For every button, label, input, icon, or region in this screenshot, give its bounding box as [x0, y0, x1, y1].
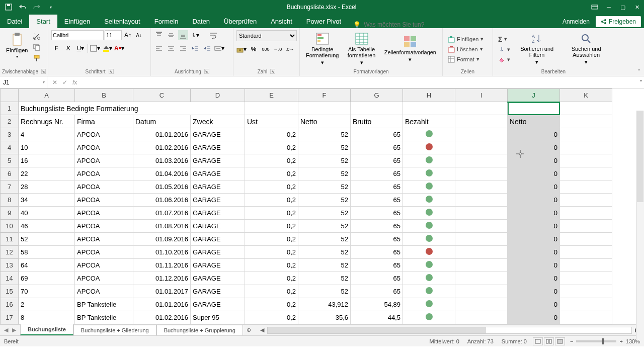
- cell[interactable]: 4: [19, 128, 75, 141]
- underline-button[interactable]: U▾: [75, 43, 86, 53]
- ribbon-options-icon[interactable]: [588, 0, 602, 14]
- cell[interactable]: 01.06.2016: [133, 194, 191, 207]
- merge-icon[interactable]: ▾: [214, 43, 224, 53]
- fill-color-icon[interactable]: ▾: [102, 43, 112, 53]
- cell[interactable]: 0,2: [245, 311, 298, 324]
- add-sheet-button[interactable]: ⊕: [243, 325, 255, 335]
- cell[interactable]: GARAGE: [191, 180, 245, 194]
- row-header-12[interactable]: 12: [1, 246, 19, 259]
- cell[interactable]: GARAGE: [191, 154, 245, 167]
- currency-icon[interactable]: ▾: [236, 44, 247, 54]
- sheet-tab[interactable]: Buchungsliste: [20, 324, 73, 335]
- cell[interactable]: 0,2: [245, 259, 298, 272]
- cell[interactable]: 52: [298, 180, 351, 194]
- cell[interactable]: 46: [19, 220, 75, 233]
- cell[interactable]: [560, 259, 612, 272]
- cell[interactable]: 0: [508, 272, 560, 285]
- clear-icon[interactable]: ▾: [496, 55, 512, 64]
- cell[interactable]: 52: [298, 154, 351, 167]
- comma-icon[interactable]: 000: [261, 44, 271, 54]
- cell[interactable]: Firma: [75, 115, 133, 128]
- cell[interactable]: 0: [508, 194, 560, 207]
- cell[interactable]: 43,912: [298, 298, 351, 311]
- cell[interactable]: [455, 194, 508, 207]
- share-button[interactable]: Freigeben: [596, 16, 641, 27]
- undo-icon[interactable]: [18, 3, 27, 12]
- cell[interactable]: [560, 141, 612, 154]
- format-painter-icon[interactable]: [33, 54, 41, 62]
- find-select-button[interactable]: Suchen und Auswählen▾: [561, 31, 611, 67]
- col-header-I[interactable]: I: [455, 89, 508, 102]
- cell[interactable]: 65: [351, 154, 403, 167]
- cell[interactable]: Netto: [298, 115, 351, 128]
- cell[interactable]: 0,2: [245, 285, 298, 298]
- cell[interactable]: [403, 233, 455, 246]
- font-dialog-icon[interactable]: ⬊: [109, 69, 114, 74]
- decrease-indent-icon[interactable]: [190, 43, 200, 53]
- cell[interactable]: 52: [298, 128, 351, 141]
- cell[interactable]: Netto: [508, 115, 560, 128]
- cell[interactable]: 0,2: [245, 272, 298, 285]
- ribbon-tab-formeln[interactable]: Formeln: [147, 15, 186, 28]
- view-layout-icon[interactable]: [544, 337, 554, 345]
- cell[interactable]: APCOA: [75, 285, 133, 298]
- cell[interactable]: [298, 102, 351, 115]
- cell[interactable]: [455, 298, 508, 311]
- sheet-nav-next-icon[interactable]: ▶: [12, 327, 16, 333]
- row-header-7[interactable]: 7: [1, 180, 19, 194]
- cell[interactable]: GARAGE: [191, 272, 245, 285]
- cell[interactable]: 0: [508, 246, 560, 259]
- expand-formula-icon[interactable]: ▾: [638, 76, 644, 88]
- cell[interactable]: [403, 207, 455, 220]
- cell[interactable]: [560, 298, 612, 311]
- percent-icon[interactable]: %: [249, 44, 259, 54]
- cell[interactable]: [455, 141, 508, 154]
- cell[interactable]: [403, 311, 455, 324]
- cell[interactable]: 35,6: [298, 311, 351, 324]
- cell[interactable]: [560, 285, 612, 298]
- tellme-input[interactable]: [364, 21, 444, 28]
- signin-link[interactable]: Anmelden: [556, 15, 596, 28]
- font-name-select[interactable]: [51, 30, 104, 40]
- cell[interactable]: 0: [508, 233, 560, 246]
- cell[interactable]: 65: [351, 246, 403, 259]
- cell[interactable]: APCOA: [75, 207, 133, 220]
- cell[interactable]: 0,2: [245, 194, 298, 207]
- vertical-scrollbar[interactable]: [636, 111, 644, 340]
- align-left-icon[interactable]: [154, 43, 164, 53]
- ribbon-tab-start[interactable]: Start: [29, 15, 57, 28]
- cell[interactable]: APCOA: [75, 220, 133, 233]
- cell[interactable]: [560, 194, 612, 207]
- row-header-6[interactable]: 6: [1, 167, 19, 180]
- align-right-icon[interactable]: [178, 43, 188, 53]
- col-header-E[interactable]: E: [245, 89, 298, 102]
- cell[interactable]: APCOA: [75, 259, 133, 272]
- ribbon-tab-überprüfen[interactable]: Überprüfen: [217, 15, 264, 28]
- cell[interactable]: [560, 167, 612, 180]
- row-header-1[interactable]: 1: [1, 102, 19, 115]
- cell[interactable]: APCOA: [75, 246, 133, 259]
- cell[interactable]: [403, 259, 455, 272]
- cell[interactable]: 01.01.2017: [133, 285, 191, 298]
- cell[interactable]: 64: [19, 259, 75, 272]
- cell[interactable]: [455, 154, 508, 167]
- conditional-formatting-button[interactable]: Bedingte Formatierung▾: [303, 30, 342, 68]
- cell[interactable]: 01.02.2016: [133, 141, 191, 154]
- cell[interactable]: 01.10.2016: [133, 246, 191, 259]
- cell[interactable]: [245, 102, 298, 115]
- italic-button[interactable]: K: [63, 43, 73, 53]
- cell[interactable]: GARAGE: [191, 141, 245, 154]
- increase-decimal-icon[interactable]: ←.0: [273, 44, 283, 54]
- cell[interactable]: 52: [298, 233, 351, 246]
- row-header-8[interactable]: 8: [1, 194, 19, 207]
- ribbon-tab-einfügen[interactable]: Einfügen: [57, 15, 97, 28]
- cell[interactable]: 52: [298, 220, 351, 233]
- zoom-in-icon[interactable]: +: [619, 338, 622, 344]
- view-pagebreak-icon[interactable]: [555, 337, 565, 345]
- row-header-4[interactable]: 4: [1, 141, 19, 154]
- cell[interactable]: 0: [508, 259, 560, 272]
- cell[interactable]: 01.11.2016: [133, 259, 191, 272]
- save-icon[interactable]: [4, 3, 13, 12]
- format-cells-button[interactable]: Format ▾: [446, 55, 490, 64]
- cell[interactable]: 0,2: [245, 246, 298, 259]
